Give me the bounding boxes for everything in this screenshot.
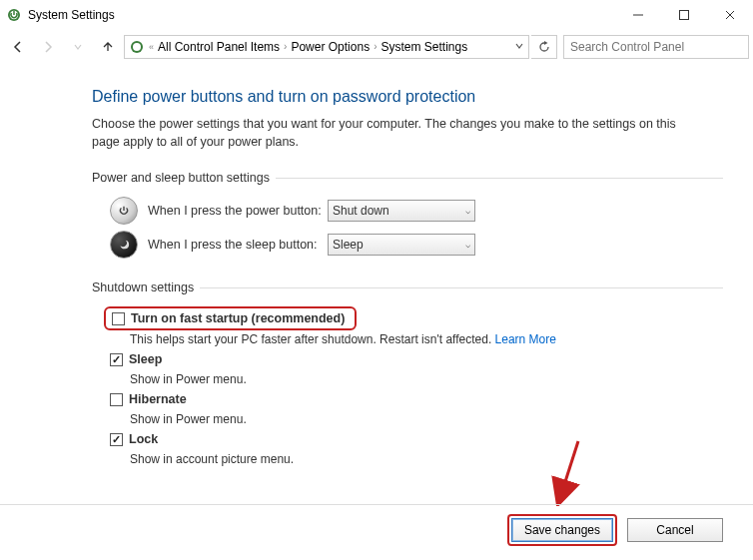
breadcrumb-item[interactable]: All Control Panel Items xyxy=(158,40,280,54)
learn-more-link[interactable]: Learn More xyxy=(495,332,556,346)
chevron-down-icon: ⌵ xyxy=(465,206,470,216)
sleep-sub: Show in Power menu. xyxy=(92,372,713,386)
content: Define power buttons and turn on passwor… xyxy=(0,64,753,466)
address-bar[interactable]: « All Control Panel Items › Power Option… xyxy=(124,35,529,59)
section-power-sleep-heading: Power and sleep button settings xyxy=(92,171,713,185)
power-options-icon xyxy=(6,7,22,23)
lock-sub: Show in account picture menu. xyxy=(92,452,713,466)
chevron-down-icon: ⌵ xyxy=(465,240,470,250)
hibernate-row: Hibernate xyxy=(110,392,713,406)
title-bar: System Settings xyxy=(0,0,753,30)
section-shutdown-heading: Shutdown settings xyxy=(92,280,713,294)
power-button-select[interactable]: Shut down⌵ xyxy=(328,200,475,222)
close-button[interactable] xyxy=(707,0,753,30)
sleep-icon xyxy=(110,231,138,259)
search-input[interactable] xyxy=(564,40,748,54)
control-panel-icon xyxy=(129,39,145,55)
lock-label: Lock xyxy=(129,432,158,446)
sleep-checkbox[interactable] xyxy=(110,353,123,366)
chevron-right-icon: › xyxy=(284,41,287,52)
back-button[interactable] xyxy=(4,33,32,61)
sleep-row: Sleep xyxy=(110,352,713,366)
page-heading: Define power buttons and turn on passwor… xyxy=(92,88,713,106)
fast-startup-sub: This helps start your PC faster after sh… xyxy=(92,332,713,346)
window-title: System Settings xyxy=(28,8,615,22)
sleep-button-label: When I press the sleep button: xyxy=(148,238,328,252)
fast-startup-highlight: Turn on fast startup (recommended) xyxy=(92,306,713,330)
save-button[interactable]: Save changes xyxy=(511,518,613,542)
fast-startup-row: Turn on fast startup (recommended) xyxy=(112,311,345,325)
refresh-button[interactable] xyxy=(531,35,557,59)
chevron-right-icon: › xyxy=(374,41,376,52)
footer: Save changes Cancel xyxy=(0,514,753,546)
sleep-button-select[interactable]: Sleep⌵ xyxy=(328,234,475,256)
fast-startup-checkbox[interactable] xyxy=(112,312,125,325)
hibernate-checkbox[interactable] xyxy=(110,393,123,406)
forward-button[interactable] xyxy=(34,33,62,61)
sleep-label: Sleep xyxy=(129,352,162,366)
maximize-button[interactable] xyxy=(661,0,707,30)
address-dropdown-icon[interactable] xyxy=(514,40,524,54)
save-highlight: Save changes xyxy=(507,514,617,546)
power-icon xyxy=(110,197,138,225)
breadcrumb-item[interactable]: System Settings xyxy=(380,40,467,54)
recent-dropdown[interactable] xyxy=(64,33,92,61)
lock-checkbox[interactable] xyxy=(110,433,123,446)
search-box[interactable] xyxy=(563,35,749,59)
svg-rect-2 xyxy=(680,11,689,20)
hibernate-sub: Show in Power menu. xyxy=(92,412,713,426)
chevron-icon: « xyxy=(149,42,154,52)
power-button-row: When I press the power button: Shut down… xyxy=(92,197,713,225)
fast-startup-label: Turn on fast startup (recommended) xyxy=(131,311,345,325)
page-intro: Choose the power settings that you want … xyxy=(92,116,691,151)
power-button-label: When I press the power button: xyxy=(148,204,328,218)
breadcrumb-item[interactable]: Power Options xyxy=(291,40,370,54)
nav-bar: « All Control Panel Items › Power Option… xyxy=(0,30,753,64)
annotation-arrow xyxy=(543,436,593,506)
up-button[interactable] xyxy=(94,33,122,61)
svg-point-4 xyxy=(133,43,141,51)
sleep-button-row: When I press the sleep button: Sleep⌵ xyxy=(92,231,713,259)
lock-row: Lock xyxy=(110,432,713,446)
cancel-button[interactable]: Cancel xyxy=(627,518,723,542)
hibernate-label: Hibernate xyxy=(129,392,187,406)
minimize-button[interactable] xyxy=(615,0,661,30)
